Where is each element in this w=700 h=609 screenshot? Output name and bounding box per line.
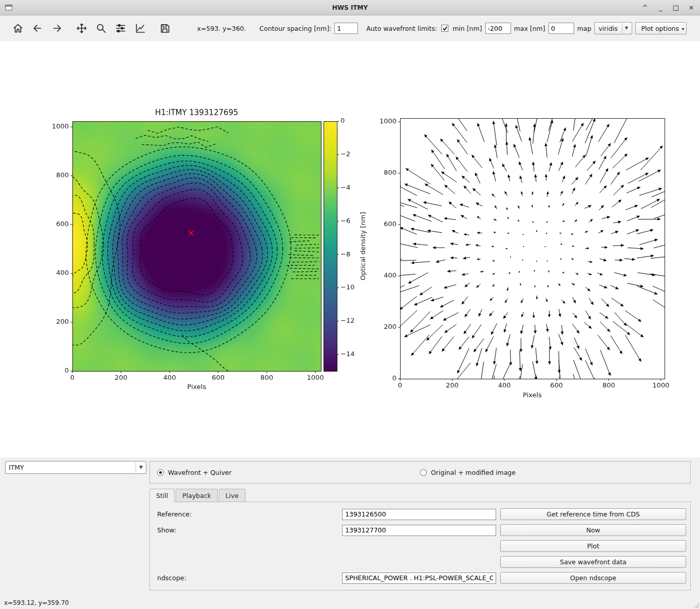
save-button[interactable] <box>158 22 172 35</box>
axes-options-button[interactable] <box>134 22 147 35</box>
tab-playback[interactable]: Playback <box>176 489 218 502</box>
statusbar: x=593.12, y=359.70 <box>0 597 700 609</box>
max-input[interactable] <box>548 23 574 34</box>
view-mode-original-modified[interactable]: Original + modified image <box>420 469 683 476</box>
arrow-left-icon <box>32 23 43 34</box>
configure-subplots-button[interactable] <box>114 22 127 35</box>
matplotlib-nav-toolbar <box>11 22 172 35</box>
contour-spacing-input[interactable] <box>334 23 358 34</box>
minimize-button[interactable]: _ <box>657 1 664 15</box>
map-label: map <box>577 25 592 32</box>
auto-limits-checkbox[interactable] <box>441 25 448 32</box>
auto-limits-label: Auto wavefront limits: <box>366 25 437 32</box>
now-button[interactable]: Now <box>500 524 686 536</box>
colormap-select-value: viridis <box>598 25 617 32</box>
close-button[interactable]: × <box>688 1 695 15</box>
cursor-readout: x=593. y=360. <box>197 25 246 32</box>
magnifier-icon <box>96 23 107 34</box>
maximize-button[interactable]: □ <box>672 1 679 15</box>
optic-select-value: ITMY <box>9 464 24 471</box>
still-tab-panel: Reference: Get reference time from CDS S… <box>149 502 691 590</box>
pan-icon <box>76 23 87 34</box>
home-icon <box>12 23 24 34</box>
min-input[interactable] <box>485 23 511 34</box>
radio-label: Original + modified image <box>431 469 516 476</box>
radio-icon <box>157 469 164 476</box>
save-icon <box>159 23 171 34</box>
ndscope-input[interactable] <box>342 573 496 584</box>
pan-button[interactable] <box>75 22 88 35</box>
zoom-button[interactable] <box>94 22 108 35</box>
app-window: HWS ITMY ^ _ □ × x=593. y=360. Contour s… <box>0 0 700 609</box>
show-label: Show: <box>157 526 338 534</box>
mode-tabs: StillPlaybackLive <box>149 489 691 502</box>
home-button[interactable] <box>11 22 25 35</box>
wavefront-figure-canvas[interactable] <box>0 41 700 457</box>
view-mode-group: Wavefront + QuiverOriginal + modified im… <box>149 461 691 484</box>
tab-live[interactable]: Live <box>219 489 245 502</box>
bottom-controls: ITMY ▼ Wavefront + QuiverOriginal + modi… <box>0 457 700 597</box>
max-label: max [nm] <box>514 25 545 32</box>
resize-grip[interactable] <box>692 601 699 608</box>
get-reference-time-button[interactable]: Get reference time from CDS <box>500 508 686 520</box>
reference-label: Reference: <box>157 510 338 518</box>
save-wavefront-data-button[interactable]: Save wavefront data <box>500 556 686 568</box>
open-ndscope-button[interactable]: Open ndscope <box>500 572 686 584</box>
plot-button[interactable]: Plot <box>500 540 686 552</box>
window-icon <box>5 5 12 10</box>
reference-input[interactable] <box>342 509 496 520</box>
sliders-icon <box>115 23 126 34</box>
chevron-down-icon: ▼ <box>622 23 628 33</box>
cursor-position-readout: x=593.12, y=359.70 <box>4 599 69 606</box>
arrow-right-icon <box>51 23 63 34</box>
shade-button[interactable]: ^ <box>641 1 649 15</box>
tab-still[interactable]: Still <box>149 489 175 502</box>
radio-icon <box>420 469 427 476</box>
view-mode-wavefront-quiver[interactable]: Wavefront + Quiver <box>157 469 420 476</box>
figure-area <box>0 41 700 457</box>
forward-button[interactable] <box>50 22 64 35</box>
colormap-select[interactable]: viridis ▼ <box>594 22 632 34</box>
show-input[interactable] <box>342 525 496 536</box>
back-button[interactable] <box>31 22 44 35</box>
ndscope-label: ndscope: <box>157 574 338 582</box>
plot-options-button[interactable]: Plot options <box>635 22 687 34</box>
line-chart-icon <box>135 23 146 34</box>
window-title: HWS ITMY <box>0 4 700 11</box>
check-icon <box>442 26 448 31</box>
radio-label: Wavefront + Quiver <box>168 469 232 476</box>
contour-spacing-label: Contour spacing [nm]: <box>259 25 331 32</box>
optic-select[interactable]: ITMY ▼ <box>5 461 146 474</box>
toolbar: x=593. y=360. Contour spacing [nm]: Auto… <box>0 15 700 41</box>
chevron-down-icon: ▼ <box>136 462 143 473</box>
min-label: min [nm] <box>452 25 482 32</box>
titlebar[interactable]: HWS ITMY ^ _ □ × <box>0 0 700 15</box>
